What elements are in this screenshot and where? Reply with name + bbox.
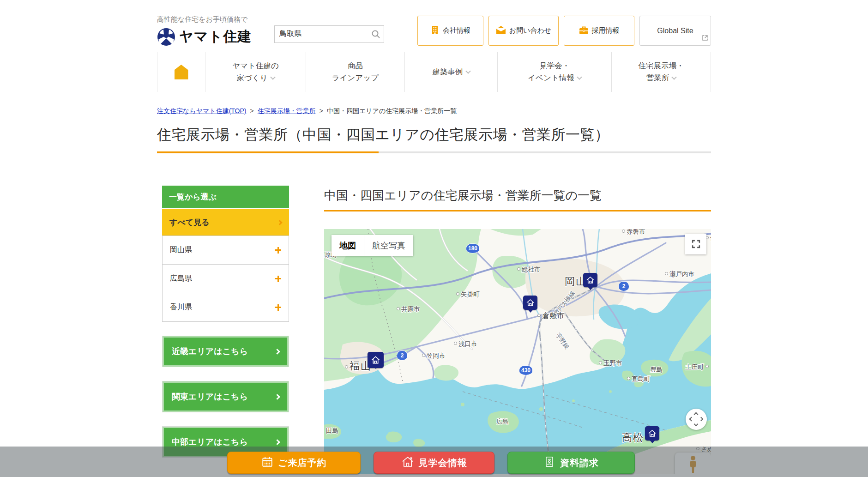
plus-icon [275, 276, 281, 282]
visit-reservation-button[interactable]: ご来店予約 [227, 452, 361, 474]
chevron-down-icon [672, 75, 677, 80]
map-label: 瀬戸内市 [665, 270, 694, 278]
map-type-map-button[interactable]: 地図 [332, 235, 364, 256]
brand[interactable]: 高性能な住宅をお手頃価格で ヤマト住建 [157, 15, 274, 46]
mail-icon [496, 25, 506, 36]
pan-down-icon [694, 422, 699, 427]
map-label: 土庄町 [685, 363, 709, 371]
search-input[interactable] [274, 25, 384, 43]
fullscreen-button[interactable] [685, 234, 706, 254]
title-underline [157, 151, 711, 153]
sidebar-item-hiroshima[interactable]: 広島県 [162, 264, 289, 293]
event-info-button[interactable]: 見学会情報 [374, 452, 494, 474]
company-info-label: 会社情報 [443, 26, 470, 35]
map-label: 豊島 [650, 366, 663, 374]
breadcrumb-current: 中国・四国エリアの住宅展示場・営業所一覧 [327, 107, 457, 115]
chevron-down-icon [577, 75, 582, 80]
sidebar-item-okayama[interactable]: 岡山県 [162, 235, 289, 265]
google-map[interactable]: 赤磐市 備 高原町 総社市 瀬戸内市 岡山市 矢掛町 井原市 倉敷市 浅口市 笠… [324, 229, 711, 474]
map-label: 広島 [496, 417, 509, 426]
area-link-kinki[interactable]: 近畿エリアはこちら [162, 336, 289, 367]
map-marker-fukuyama[interactable] [368, 352, 384, 368]
content: 一覧から選ぶ すべて見る 岡山県 広島県 香川県 近畿エリアはこちら 関東エリア… [157, 186, 711, 474]
nav-iezukuri[interactable]: ヤマト住建の 家づくり [205, 52, 306, 92]
header: 高性能な住宅をお手頃価格で ヤマト住建 [157, 0, 711, 52]
pan-control[interactable] [686, 409, 707, 430]
plus-icon [275, 247, 281, 254]
nav-home[interactable] [157, 52, 205, 92]
section-heading: 中国・四国エリアの住宅展示場・営業所一覧の一覧 [324, 187, 711, 211]
prefecture-label: 広島県 [170, 274, 192, 284]
global-site-label: Global Site [657, 27, 693, 35]
recruit-button[interactable]: 採用情報 [564, 16, 634, 46]
route-shield: 2 [619, 282, 629, 291]
sidebar-header: 一覧から選ぶ [162, 186, 289, 208]
prefecture-label: 岡山県 [170, 245, 192, 255]
search-icon[interactable] [371, 29, 381, 41]
contact-label: お問い合わせ [509, 26, 551, 35]
chevron-down-icon [270, 75, 275, 80]
document-request-button[interactable]: 資料請求 [507, 452, 635, 474]
map-marker-takamatsu[interactable] [645, 426, 659, 441]
breadcrumb-top-link[interactable]: 注文住宅ならヤマト住建(TOP) [157, 107, 247, 115]
sidebar-item-kagawa[interactable]: 香川県 [162, 293, 289, 322]
plus-icon [275, 304, 281, 311]
page-title: 住宅展示場・営業所（中国・四国エリアの住宅展示場・営業所一覧） [157, 125, 711, 145]
event-info-label: 見学会情報 [419, 457, 467, 469]
chevron-right-icon [274, 349, 280, 355]
prefecture-label: 香川県 [170, 302, 192, 312]
map-label: 直島町 [627, 375, 651, 383]
nav-event-label: 見学会・ イベント情報 [528, 61, 574, 82]
map-marker-okayama[interactable] [583, 273, 597, 287]
nav-tenjijo-label: 住宅展示場・ 営業所 [639, 61, 684, 82]
visit-reservation-label: ご来店予約 [278, 457, 326, 469]
nav-jirei[interactable]: 建築事例 [404, 52, 497, 92]
area-link-label: 関東エリアはこちら [172, 391, 248, 402]
nav-tenjijo[interactable]: 住宅展示場・ 営業所 [611, 52, 711, 92]
nav-lineup-label: 商品 ラインアップ [332, 61, 379, 82]
area-link-kanto[interactable]: 関東エリアはこちら [162, 381, 289, 412]
company-info-button[interactable]: 会社情報 [417, 16, 483, 46]
main-nav: ヤマト住建の 家づくり 商品 ラインアップ 建築事例 見学会・ イベント情報 住… [157, 52, 711, 92]
map-type-control: 地図 航空写真 [332, 235, 413, 256]
document-request-label: 資料請求 [560, 457, 599, 469]
chevron-right-icon [274, 394, 280, 400]
yamato-logo-icon [157, 28, 175, 46]
sidebar: 一覧から選ぶ すべて見る 岡山県 広島県 香川県 近畿エリアはこちら 関東エリア… [162, 186, 289, 458]
area-link-label: 中部エリアはこちら [172, 436, 248, 447]
chevron-right-icon [277, 220, 282, 225]
map-label: 笠岡市 [422, 352, 446, 360]
route-shield: 2 [397, 351, 407, 360]
contact-button[interactable]: お問い合わせ [488, 16, 559, 46]
route-shield: 180 [466, 244, 479, 253]
building-icon [430, 25, 440, 36]
map-label: 玉野市 [599, 359, 622, 368]
pan-left-icon [689, 417, 694, 422]
external-link-icon [702, 34, 708, 42]
brand-tagline: 高性能な住宅をお手頃価格で [157, 15, 274, 24]
global-site-button[interactable]: Global Site [639, 16, 711, 46]
map-label: 赤磐市 [622, 229, 645, 236]
breadcrumb-separator: > [250, 107, 254, 115]
map-type-satellite-button[interactable]: 航空写真 [364, 235, 413, 256]
main-content: 中国・四国エリアの住宅展示場・営業所一覧の一覧 [324, 186, 711, 474]
calendar-icon [261, 456, 273, 470]
recruit-label: 採用情報 [592, 26, 620, 35]
chevron-right-icon [274, 439, 280, 445]
nav-lineup[interactable]: 商品 ラインアップ [306, 52, 404, 92]
home-icon [175, 65, 188, 79]
map-marker-kurashiki[interactable] [523, 296, 537, 310]
header-buttons: 会社情報 お問い合わせ 採用情報 [417, 16, 711, 46]
breadcrumb-tenjijo-link[interactable]: 住宅展示場・営業所 [258, 107, 316, 115]
house-icon [401, 455, 414, 471]
bottom-action-bar: ご来店予約 見学会情報 資料請求 [0, 447, 868, 477]
pan-up-icon [694, 412, 699, 417]
map-label: 矢掛町 [456, 290, 480, 299]
map-label: 総社市 [517, 266, 541, 274]
map-label-takamatsu: 高松 [622, 431, 644, 445]
breadcrumb-separator: > [319, 107, 323, 115]
sidebar-view-all[interactable]: すべて見る [162, 209, 289, 236]
logo-text: ヤマト住建 [179, 27, 252, 46]
nav-event[interactable]: 見学会・ イベント情報 [497, 52, 611, 92]
map-label: 浅口市 [454, 340, 477, 348]
